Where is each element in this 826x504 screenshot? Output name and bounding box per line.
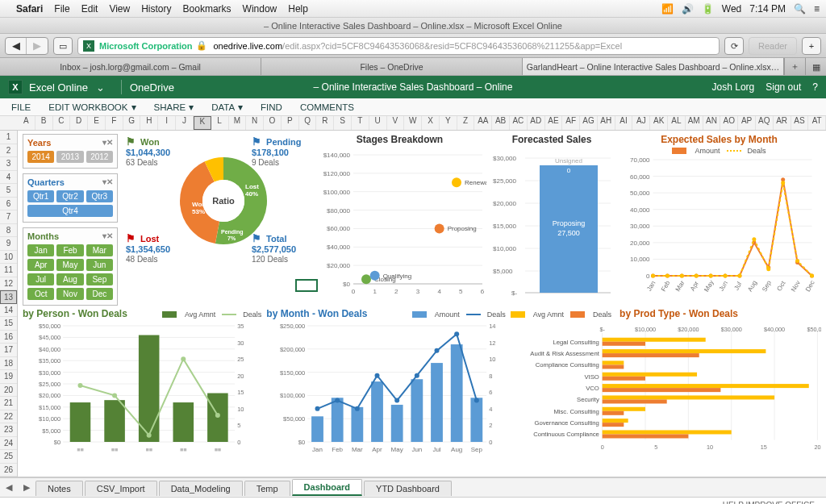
row-11[interactable]: 11 <box>0 264 17 277</box>
col-Z[interactable]: Z <box>457 116 475 130</box>
breadcrumb-onedrive[interactable]: OneDrive <box>130 81 174 94</box>
slicer-year-2014[interactable]: 2014 <box>27 151 54 163</box>
user-name[interactable]: Josh Lorg <box>712 81 755 93</box>
slicer-month-feb[interactable]: Feb <box>56 244 83 256</box>
sheet-tab-dashboard[interactable]: Dashboard <box>292 479 362 496</box>
row-25[interactable]: 25 <box>0 450 17 464</box>
sheet-tab-data_modeling[interactable]: Data_Modeling <box>159 481 243 496</box>
col-O[interactable]: O <box>264 116 282 130</box>
slicer-qtr2[interactable]: Qtr2 <box>56 190 83 202</box>
sheet-tab-notes[interactable]: Notes <box>35 481 83 496</box>
slicer-years[interactable]: Years▾✕ 2014 2013 2012 <box>23 134 118 169</box>
row-19[interactable]: 19 <box>0 370 17 384</box>
col-AA[interactable]: AA <box>474 116 492 130</box>
sheet-tab-csv_import[interactable]: CSV_Import <box>85 481 157 496</box>
col-I[interactable]: I <box>158 116 176 130</box>
col-AD[interactable]: AD <box>528 116 545 130</box>
col-N[interactable]: N <box>246 116 264 130</box>
menu-file[interactable]: File <box>54 3 69 15</box>
clock-time[interactable]: 7:14 PM <box>749 3 786 15</box>
row-14[interactable]: 14 <box>0 304 17 318</box>
slicer-month-aug[interactable]: Aug <box>56 273 83 285</box>
col-AH[interactable]: AH <box>598 116 615 130</box>
reload-button[interactable]: ⟳ <box>724 37 744 55</box>
chevron-down-icon[interactable]: ⌄ <box>96 81 105 94</box>
col-V[interactable]: V <box>387 116 405 130</box>
row-4[interactable]: 4 <box>0 171 17 185</box>
help-icon[interactable]: ? <box>812 81 818 93</box>
notification-icon[interactable]: ≡ <box>814 3 820 15</box>
col-AO[interactable]: AO <box>720 116 738 130</box>
xl-menu-data[interactable]: DATA ▾ <box>211 102 243 113</box>
slicer-quarters[interactable]: Quarters▾✕ Qtr1 Qtr2 Qtr3 Qtr4 <box>23 173 118 223</box>
back-button[interactable]: ◀ <box>6 38 27 54</box>
col-AR[interactable]: AR <box>774 116 791 130</box>
col-A[interactable]: A <box>18 116 35 130</box>
xl-menu-share[interactable]: SHARE ▾ <box>154 102 194 113</box>
slicer-month-sep[interactable]: Sep <box>86 273 113 285</box>
col-AS[interactable]: AS <box>791 116 809 130</box>
sheet-nav-last[interactable]: ▶ <box>18 482 35 493</box>
row-3[interactable]: 3 <box>0 157 17 171</box>
col-B[interactable]: B <box>35 116 53 130</box>
col-AP[interactable]: AP <box>738 116 756 130</box>
col-L[interactable]: L <box>211 116 229 130</box>
excel-logo-icon[interactable]: X <box>8 80 23 94</box>
col-D[interactable]: D <box>70 116 88 130</box>
col-AI[interactable]: AI <box>615 116 633 130</box>
new-tab-button[interactable]: ＋ <box>784 58 805 75</box>
row-18[interactable]: 18 <box>0 357 17 371</box>
filter-icon[interactable]: ▾✕ <box>102 138 113 148</box>
col-K[interactable]: K <box>194 116 211 130</box>
menu-view[interactable]: View <box>109 3 130 15</box>
row-13[interactable]: 13 <box>0 290 17 304</box>
col-U[interactable]: U <box>369 116 387 130</box>
clock-day[interactable]: Wed <box>722 3 741 15</box>
slicer-month-apr[interactable]: Apr <box>27 259 54 271</box>
row-15[interactable]: 15 <box>0 317 17 331</box>
col-G[interactable]: G <box>123 116 141 130</box>
row-7[interactable]: 7 <box>0 210 17 224</box>
row-24[interactable]: 24 <box>0 437 17 451</box>
row-2[interactable]: 2 <box>0 144 17 158</box>
col-AK[interactable]: AK <box>650 116 668 130</box>
help-improve-link[interactable]: HELP IMPROVE OFFICE <box>723 501 815 504</box>
slicer-month-jan[interactable]: Jan <box>27 244 54 256</box>
row-12[interactable]: 12 <box>0 277 17 291</box>
col-Q[interactable]: Q <box>299 116 317 130</box>
slicer-year-2013[interactable]: 2013 <box>56 151 83 163</box>
xl-menu-find[interactable]: FIND <box>261 102 282 112</box>
col-AQ[interactable]: AQ <box>756 116 774 130</box>
row-10[interactable]: 10 <box>0 251 17 264</box>
slicer-month-oct[interactable]: Oct <box>27 288 54 300</box>
slicer-month-jul[interactable]: Jul <box>27 273 54 285</box>
xl-menu-file[interactable]: FILE <box>11 102 31 112</box>
menu-help[interactable]: Help <box>288 3 308 15</box>
tab-overview-button[interactable]: ▦ <box>805 58 826 75</box>
slicer-month-may[interactable]: May <box>56 259 83 271</box>
menu-history[interactable]: History <box>141 3 171 15</box>
app-name[interactable]: Safari <box>16 3 43 15</box>
col-AE[interactable]: AE <box>545 116 563 130</box>
slicer-qtr1[interactable]: Qtr1 <box>27 190 54 202</box>
row-20[interactable]: 20 <box>0 384 17 398</box>
filter-icon[interactable]: ▾✕ <box>102 177 113 187</box>
col-Y[interactable]: Y <box>440 116 457 130</box>
row-23[interactable]: 23 <box>0 423 17 437</box>
col-X[interactable]: X <box>422 116 440 130</box>
menu-edit[interactable]: Edit <box>81 3 98 15</box>
col-J[interactable]: J <box>176 116 194 130</box>
row-21[interactable]: 21 <box>0 397 17 410</box>
col-E[interactable]: E <box>88 116 106 130</box>
slicer-qtr3[interactable]: Qtr3 <box>86 190 113 202</box>
column-headers[interactable]: ABCDEFGHIJKLMNOPQRSTUVWXYZAAABACADAEAFAG… <box>0 116 826 131</box>
slicer-year-2012[interactable]: 2012 <box>86 151 113 163</box>
col-AJ[interactable]: AJ <box>632 116 650 130</box>
menu-bookmarks[interactable]: Bookmarks <box>183 3 232 15</box>
row-26[interactable]: 26 <box>0 464 17 477</box>
active-cell-indicator[interactable] <box>295 279 318 292</box>
row-8[interactable]: 8 <box>0 224 17 238</box>
spotlight-icon[interactable]: 🔍 <box>794 3 806 15</box>
col-AC[interactable]: AC <box>510 116 528 130</box>
col-AT[interactable]: AT <box>808 116 826 130</box>
